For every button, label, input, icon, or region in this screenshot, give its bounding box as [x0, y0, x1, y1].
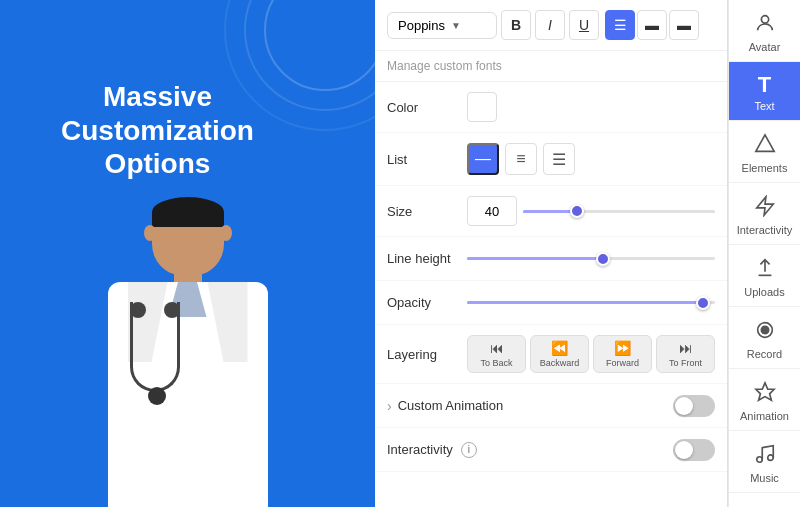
to-back-label: To Back: [480, 358, 512, 368]
text-icon: T: [758, 74, 771, 96]
stethoscope-earpiece-left: [130, 302, 146, 318]
custom-animation-content: [538, 395, 715, 417]
underline-button[interactable]: U: [569, 10, 599, 40]
forward-label: Forward: [606, 358, 639, 368]
stethoscope-earpiece-right: [164, 302, 180, 318]
interactivity-info-icon[interactable]: i: [461, 442, 477, 458]
align-left-button[interactable]: ☰: [605, 10, 635, 40]
line-height-label: Line height: [387, 251, 467, 266]
svg-point-3: [761, 16, 768, 23]
color-label: Color: [387, 100, 467, 115]
doctor-lapel-right: [208, 282, 248, 362]
align-center-button[interactable]: ▬: [637, 10, 667, 40]
custom-animation-label: Custom Animation: [398, 398, 538, 413]
interactivity-sidebar-label: Interactivity: [737, 224, 793, 236]
sidebar-item-interactivity[interactable]: Interactivity: [729, 183, 800, 245]
custom-animation-toggle-knob: [675, 397, 693, 415]
list-unordered-button[interactable]: ☰: [543, 143, 575, 175]
to-back-button[interactable]: ⏮ To Back: [467, 335, 526, 373]
avatar-icon: [754, 12, 776, 37]
uploads-label: Uploads: [744, 286, 784, 298]
sidebar-item-elements[interactable]: Elements: [729, 121, 800, 183]
list-none-button[interactable]: —: [467, 143, 499, 175]
interactivity-label: Interactivity: [387, 442, 453, 457]
font-select[interactable]: Poppins ▼: [387, 12, 497, 39]
interactivity-row: Interactivity i: [375, 428, 727, 472]
interactivity-sidebar-icon: [754, 195, 776, 220]
sidebar-item-record[interactable]: Record: [729, 307, 800, 369]
interactivity-toggle[interactable]: [673, 439, 715, 461]
doctor-body: [108, 282, 268, 507]
opacity-slider-fill: [467, 301, 703, 304]
svg-point-10: [756, 457, 762, 463]
layering-content: ⏮ To Back ⏪ Backward ⏩ Forward ⏭ To Fron…: [467, 335, 715, 373]
size-slider-track: [523, 210, 715, 213]
font-toolbar: Poppins ▼ B I U ☰ ▬ ▬: [375, 0, 727, 51]
doctor-hair: [152, 197, 224, 227]
size-input[interactable]: [467, 196, 517, 226]
forward-icon: ⏩: [614, 340, 631, 356]
size-content: [467, 196, 715, 226]
svg-point-0: [265, 0, 375, 90]
animation-label: Animation: [740, 410, 789, 422]
opacity-content: [467, 293, 715, 313]
size-slider[interactable]: [523, 201, 715, 221]
custom-animation-row: › Custom Animation: [375, 384, 727, 428]
sidebar-item-music[interactable]: Music: [729, 431, 800, 493]
list-content: — ≡ ☰: [467, 143, 715, 175]
size-row: Size: [375, 186, 727, 237]
custom-animation-toggle[interactable]: [673, 395, 715, 417]
color-swatch[interactable]: [467, 92, 497, 122]
canvas-title-line1: Massive Customization: [61, 81, 254, 146]
sidebar-item-text[interactable]: T Text: [729, 62, 800, 121]
music-icon: [754, 443, 776, 468]
opacity-slider-thumb[interactable]: [696, 296, 710, 310]
sidebar-item-avatar[interactable]: Avatar: [729, 0, 800, 62]
forward-button[interactable]: ⏩ Forward: [593, 335, 652, 373]
record-label: Record: [747, 348, 782, 360]
to-back-icon: ⏮: [490, 340, 504, 356]
svg-marker-9: [755, 383, 773, 400]
bold-button[interactable]: B: [501, 10, 531, 40]
line-height-row: Line height: [375, 237, 727, 281]
opacity-row: Opacity: [375, 281, 727, 325]
elements-label: Elements: [742, 162, 788, 174]
sidebar-item-uploads[interactable]: Uploads: [729, 245, 800, 307]
custom-fonts-link[interactable]: Manage custom fonts: [375, 51, 727, 82]
svg-point-8: [761, 326, 768, 333]
stethoscope-chest-piece: [148, 387, 166, 405]
align-right-button[interactable]: ▬: [669, 10, 699, 40]
italic-button[interactable]: I: [535, 10, 565, 40]
size-slider-thumb[interactable]: [570, 204, 584, 218]
layering-label: Layering: [387, 347, 467, 362]
elements-icon: [754, 133, 776, 158]
interactivity-content: [477, 439, 715, 461]
to-front-icon: ⏭: [679, 340, 693, 356]
to-front-button[interactable]: ⏭ To Front: [656, 335, 715, 373]
line-height-slider[interactable]: [467, 249, 715, 269]
color-content: [467, 92, 715, 122]
list-ordered-button[interactable]: ≡: [505, 143, 537, 175]
canvas-title: Massive Customization Options: [20, 80, 295, 181]
opacity-slider[interactable]: [467, 293, 715, 313]
line-height-slider-thumb[interactable]: [596, 252, 610, 266]
canvas-panel: Massive Customization Options ↘: [0, 0, 375, 507]
line-height-content: [467, 249, 715, 269]
backward-icon: ⏪: [551, 340, 568, 356]
custom-fonts-text: Manage custom fonts: [387, 59, 502, 73]
backward-label: Backward: [540, 358, 580, 368]
align-buttons: ☰ ▬ ▬: [605, 10, 699, 40]
canvas-title-line2: Options: [105, 148, 211, 179]
doctor-ear-left: [144, 225, 156, 241]
layering-row: Layering ⏮ To Back ⏪ Backward ⏩ Forward …: [375, 325, 727, 384]
interactivity-toggle-knob: [675, 441, 693, 459]
svg-marker-6: [756, 197, 773, 215]
backward-button[interactable]: ⏪ Backward: [530, 335, 589, 373]
custom-animation-chevron[interactable]: ›: [387, 398, 392, 414]
doctor-figure: [88, 197, 288, 507]
sidebar-item-animation[interactable]: Animation: [729, 369, 800, 431]
list-row: List — ≡ ☰: [375, 133, 727, 186]
opacity-slider-track: [467, 301, 715, 304]
music-label: Music: [750, 472, 779, 484]
uploads-icon: [754, 257, 776, 282]
